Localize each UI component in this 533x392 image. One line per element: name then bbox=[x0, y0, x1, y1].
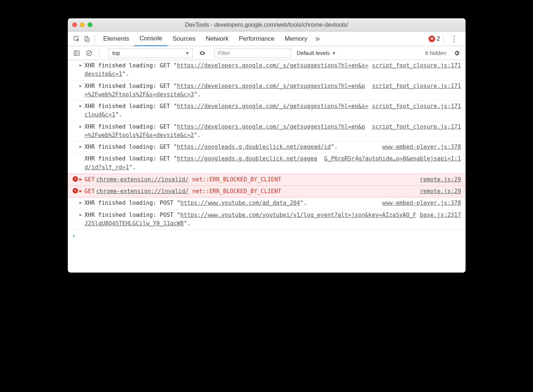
levels-label: Default levels bbox=[297, 50, 330, 56]
log-message: XHR finished loading: GET "https://googl… bbox=[85, 143, 382, 151]
source-link[interactable]: base.js:2317 bbox=[420, 211, 461, 219]
filter-input[interactable] bbox=[214, 48, 291, 58]
devtools-window: DevTools - developers.google.com/web/too… bbox=[68, 18, 466, 273]
console-log-row[interactable]: XHR finished loading: GET "https://googl… bbox=[68, 153, 466, 174]
source-link[interactable]: script_foot_closure.js:171 bbox=[372, 102, 461, 111]
console-log-row[interactable]: ▶XHR finished loading: GET "https://deve… bbox=[68, 101, 466, 121]
source-link[interactable]: www-embed-player.js:378 bbox=[382, 199, 461, 207]
disclosure-icon[interactable]: ▶ bbox=[80, 199, 85, 206]
request-url[interactable]: chrome-extension://invalid/ bbox=[96, 188, 189, 195]
error-badge-icon[interactable]: ✕ bbox=[429, 36, 435, 42]
row-icon-empty bbox=[71, 123, 80, 123]
divider bbox=[99, 49, 100, 57]
log-prefix: XHR finished loading: POST " bbox=[85, 212, 180, 218]
log-suffix: ". bbox=[331, 144, 338, 150]
fullscreen-icon[interactable] bbox=[88, 22, 92, 27]
source-link[interactable]: script_foot_closure.js:171 bbox=[372, 82, 461, 90]
error-icon: ✕ bbox=[71, 187, 80, 193]
disclosure-icon[interactable]: ▶ bbox=[80, 102, 85, 109]
disclosure-icon[interactable]: ▶ bbox=[80, 187, 85, 194]
svg-rect-3 bbox=[74, 51, 79, 55]
log-prefix: XHR finished loading: GET " bbox=[85, 62, 177, 69]
error-count[interactable]: 2 bbox=[437, 35, 440, 42]
disclosure-icon[interactable]: ▶ bbox=[80, 143, 85, 150]
tab-network[interactable]: Network bbox=[201, 32, 234, 46]
gear-icon[interactable] bbox=[452, 48, 462, 58]
log-prefix: XHR finished loading: GET " bbox=[85, 155, 177, 162]
disclosure-icon[interactable] bbox=[80, 155, 85, 155]
console-error-row[interactable]: ✕▶GETchrome-extension://invalid/net::ERR… bbox=[68, 174, 466, 186]
tab-console[interactable]: Console bbox=[134, 32, 167, 46]
console-error-row[interactable]: ✕▶GETchrome-extension://invalid/net::ERR… bbox=[68, 185, 466, 197]
svg-point-7 bbox=[202, 52, 203, 53]
row-icon-empty bbox=[71, 102, 80, 103]
console-log-row[interactable]: ▶XHR finished loading: GET "https://deve… bbox=[68, 60, 466, 81]
log-levels-select[interactable]: Default levels ▼ bbox=[297, 50, 336, 56]
console-log-row[interactable]: ▶XHR finished loading: POST "https://www… bbox=[68, 197, 466, 209]
source-link[interactable]: script_foot_closure.js:171 bbox=[372, 123, 461, 131]
console-log-row[interactable]: ▶XHR finished loading: GET "https://deve… bbox=[68, 121, 466, 142]
svg-rect-2 bbox=[87, 38, 89, 41]
kebab-menu-icon[interactable]: ⋮ bbox=[446, 34, 462, 44]
divider bbox=[95, 35, 95, 43]
log-message: XHR finished loading: GET "https://devel… bbox=[85, 102, 372, 119]
disclosure-icon[interactable]: ▶ bbox=[80, 82, 85, 89]
tab-sources[interactable]: Sources bbox=[168, 32, 201, 46]
close-icon[interactable] bbox=[72, 22, 77, 27]
log-suffix: ". bbox=[300, 200, 307, 206]
source-link[interactable]: G_P6rpRSr4g?autohide…o=0&enablejsapi=1:1 bbox=[324, 155, 461, 163]
row-icon-empty bbox=[71, 211, 80, 212]
log-suffix: ". bbox=[194, 132, 201, 138]
source-link[interactable]: remote.js:29 bbox=[420, 187, 461, 196]
disclosure-icon[interactable]: ▶ bbox=[80, 211, 85, 218]
row-icon-empty bbox=[71, 199, 80, 200]
request-url[interactable]: https://www.youtube.com/ad_data_204 bbox=[180, 200, 300, 206]
tabs-overflow-icon[interactable]: » bbox=[312, 34, 323, 44]
log-suffix: ". bbox=[122, 71, 129, 77]
console-log-row[interactable]: ▶XHR finished loading: GET "https://deve… bbox=[68, 81, 466, 101]
tab-performance[interactable]: Performance bbox=[234, 32, 279, 46]
http-method: GET bbox=[85, 188, 95, 195]
log-suffix: ". bbox=[194, 91, 201, 98]
hidden-count[interactable]: 6 hidden bbox=[425, 50, 446, 56]
row-icon-empty bbox=[71, 143, 80, 144]
main-tabbar: ElementsConsoleSourcesNetworkPerformance… bbox=[68, 32, 466, 46]
clear-console-icon[interactable] bbox=[84, 48, 94, 58]
request-url[interactable]: https://googleads.g.doubleclick.net/page… bbox=[177, 144, 331, 150]
inspect-icon[interactable] bbox=[71, 34, 82, 44]
log-message: GETchrome-extension://invalid/net::ERR_B… bbox=[85, 187, 420, 196]
device-toggle-icon[interactable] bbox=[82, 34, 92, 44]
disclosure-icon[interactable]: ▶ bbox=[80, 123, 85, 130]
traffic-lights bbox=[72, 22, 92, 27]
log-message: XHR finished loading: GET "https://devel… bbox=[85, 82, 372, 99]
row-icon-empty bbox=[71, 62, 80, 62]
tabs-container: ElementsConsoleSourcesNetworkPerformance… bbox=[98, 32, 313, 46]
titlebar[interactable]: DevTools - developers.google.com/web/too… bbox=[68, 18, 466, 32]
console-toolbar: top Default levels ▼ 6 hidden bbox=[68, 46, 466, 60]
log-suffix: ". bbox=[184, 220, 191, 227]
log-suffix: ". bbox=[115, 111, 122, 118]
console-body[interactable]: ▶XHR finished loading: GET "https://deve… bbox=[68, 60, 466, 273]
row-icon-empty bbox=[71, 82, 80, 83]
tab-elements[interactable]: Elements bbox=[98, 32, 135, 46]
source-link[interactable]: remote.js:29 bbox=[420, 175, 461, 184]
live-expression-icon[interactable] bbox=[197, 48, 207, 58]
console-log-row[interactable]: ▶XHR finished loading: GET "https://goog… bbox=[68, 141, 466, 153]
minimize-icon[interactable] bbox=[80, 22, 85, 27]
console-prompt[interactable]: › bbox=[68, 230, 466, 243]
toggle-drawer-icon[interactable] bbox=[71, 48, 82, 58]
log-prefix: XHR finished loading: GET " bbox=[85, 123, 177, 130]
disclosure-icon[interactable]: ▶ bbox=[80, 175, 85, 182]
log-message: XHR finished loading: GET "https://devel… bbox=[85, 123, 372, 140]
log-message: XHR finished loading: GET "https://devel… bbox=[85, 62, 372, 79]
source-link[interactable]: www-embed-player.js:378 bbox=[382, 143, 461, 151]
log-prefix: XHR finished loading: GET " bbox=[85, 144, 177, 150]
source-link[interactable]: script_foot_closure.js:171 bbox=[372, 62, 461, 70]
divider bbox=[443, 35, 444, 43]
disclosure-icon[interactable]: ▶ bbox=[80, 62, 85, 69]
svg-line-6 bbox=[87, 51, 91, 55]
console-log-row[interactable]: ▶XHR finished loading: POST "https://www… bbox=[68, 210, 466, 230]
request-url[interactable]: chrome-extension://invalid/ bbox=[96, 176, 189, 183]
tab-memory[interactable]: Memory bbox=[280, 32, 312, 46]
context-select[interactable]: top bbox=[109, 48, 193, 58]
